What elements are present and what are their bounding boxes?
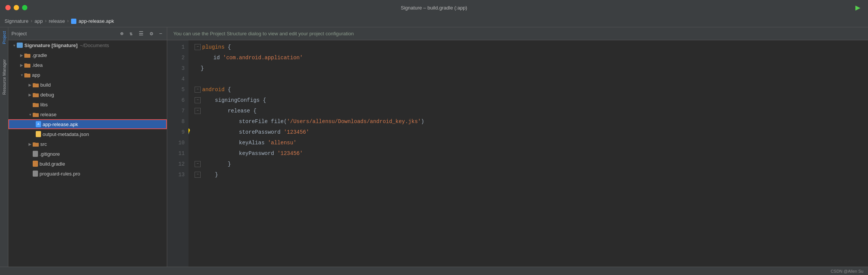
fold-12[interactable]: −: [195, 161, 201, 167]
code-line-4: [195, 74, 868, 84]
code-content[interactable]: − plugins { id 'com.android.application'…: [188, 40, 868, 267]
line-num-10: 10: [169, 138, 185, 148]
editor-area: You can use the Project Structure dialog…: [167, 27, 868, 267]
line-num-2: 2: [169, 52, 185, 63]
root-arrow: ▾: [11, 43, 17, 47]
info-bar-text: You can use the Project Structure dialog…: [173, 31, 354, 36]
status-bar: CSDN @Allen Su: [0, 267, 868, 275]
release-arrow: ▾: [27, 112, 33, 117]
settings-icon[interactable]: ☰: [137, 30, 145, 38]
tree-item-libs[interactable]: ▶ libs: [8, 100, 167, 109]
idea-label: .idea: [32, 62, 43, 68]
main-layout: Project Resource Manager Project ⊕ ⇅ ☰ ⚙…: [0, 27, 868, 267]
pro-file-icon: [33, 171, 38, 177]
sidebar-title: Project: [11, 31, 116, 36]
maximize-button[interactable]: [22, 5, 27, 10]
root-label: Signnature [Signature]: [24, 43, 78, 48]
apk-file-icon: A: [36, 121, 41, 127]
line-num-1: 1: [169, 42, 185, 52]
code-line-7: − release {: [195, 106, 868, 116]
fold-1[interactable]: −: [195, 44, 201, 50]
app-folder-icon: [24, 73, 30, 77]
minimize-icon[interactable]: −: [158, 30, 164, 38]
breadcrumb-app[interactable]: app: [35, 18, 43, 24]
build-gradle-label: build.gradle: [40, 161, 65, 167]
fold-5[interactable]: −: [195, 87, 201, 93]
json-file-icon: [36, 131, 41, 137]
fold-13[interactable]: −: [195, 172, 201, 178]
line-num-9: 9: [169, 127, 185, 138]
tree-item-idea[interactable]: ▶ .idea: [8, 60, 167, 70]
libs-folder-icon: [33, 102, 39, 107]
code-line-6: − signingConfigs {: [195, 95, 868, 106]
gitignore-label: .gitignore: [40, 151, 60, 157]
code-line-12: − }: [195, 159, 868, 169]
libs-label: libs: [40, 102, 48, 107]
tree-item-debug[interactable]: ▶ debug: [8, 90, 167, 100]
project-tab[interactable]: Project: [2, 31, 6, 44]
gradle-arrow: ▶: [19, 53, 24, 57]
tree-item-gradle[interactable]: ▶ .gradle: [8, 50, 167, 60]
tree-item-build[interactable]: ▶ build: [8, 80, 167, 90]
tree-item-app[interactable]: ▾ app: [8, 70, 167, 80]
line-num-13: 13: [169, 169, 185, 180]
code-line-1: − plugins {: [195, 42, 868, 52]
idea-folder-icon: [24, 63, 30, 68]
root-folder-icon: [17, 43, 23, 48]
fold-7[interactable]: −: [195, 108, 201, 114]
code-line-11: keyPassword '123456': [195, 148, 868, 159]
metadata-label: output-metadata.json: [43, 131, 89, 137]
window-controls: [5, 5, 27, 10]
release-folder-icon: [33, 112, 39, 117]
tree-item-apk[interactable]: A app-release.apk: [8, 119, 167, 129]
breadcrumb-apk[interactable]: app-release.apk: [79, 18, 114, 24]
fold-6[interactable]: −: [195, 97, 201, 103]
tree-item-build-gradle[interactable]: ▶ build.gradle: [8, 159, 167, 169]
structure-icon[interactable]: ⇅: [128, 30, 134, 38]
tree-item-release[interactable]: ▾ release: [8, 109, 167, 119]
run-icon[interactable]: ▶: [855, 3, 860, 13]
tree-root[interactable]: ▾ Signnature [Signature] ~/Documents: [8, 40, 167, 50]
gradle-folder-icon: [24, 53, 30, 58]
breadcrumb-signnature[interactable]: Signnature: [5, 18, 29, 24]
sidebar-toolbar: Project ⊕ ⇅ ☰ ⚙ −: [8, 27, 167, 40]
resource-manager-tab[interactable]: Resource Manager: [2, 59, 6, 95]
close-button[interactable]: [5, 5, 11, 10]
apk-label: app-release.apk: [43, 122, 78, 127]
release-label: release: [40, 112, 57, 117]
local-history-icon[interactable]: ⊕: [119, 30, 125, 38]
idea-arrow: ▶: [19, 63, 24, 67]
editor-info-bar: You can use the Project Structure dialog…: [167, 27, 868, 40]
line-num-3: 3: [169, 63, 185, 74]
line-num-6: 6: [169, 95, 185, 106]
status-text: CSDN @Allen Su: [831, 269, 863, 273]
tree-item-metadata[interactable]: output-metadata.json: [8, 129, 167, 139]
file-tree: ▾ Signnature [Signature] ~/Documents ▶ .…: [8, 40, 167, 267]
gitignore-file-icon: [33, 151, 38, 157]
tree-item-proguard[interactable]: ▶ proguard-rules.pro: [8, 169, 167, 179]
line-numbers: 1 2 3 4 5 6 7 8 9 10 11 12 13: [169, 40, 188, 267]
tree-item-src[interactable]: ▶ src: [8, 139, 167, 149]
sidebar: Project ⊕ ⇅ ☰ ⚙ − ▾ Signnature [Signatur…: [8, 27, 167, 267]
code-line-5: − android {: [195, 84, 868, 95]
breadcrumb-release[interactable]: release: [49, 18, 65, 24]
app-label: app: [32, 72, 40, 78]
src-folder-icon: [33, 142, 39, 147]
gradle-file-icon: [33, 161, 38, 167]
proguard-label: proguard-rules.pro: [40, 171, 80, 177]
build-folder-icon: [33, 82, 39, 87]
debug-arrow: ▶: [27, 93, 33, 97]
code-line-2: id 'com.android.application': [195, 52, 868, 63]
code-editor[interactable]: 1 2 3 4 5 6 7 8 9 10 11 12 13 − plugins …: [167, 40, 868, 267]
gear-icon[interactable]: ⚙: [148, 30, 154, 38]
bulb-icon: 💡: [188, 127, 192, 138]
gradle-label: .gradle: [32, 52, 47, 58]
minimize-button[interactable]: [14, 5, 19, 10]
src-label: src: [40, 141, 47, 147]
code-line-10: keyAlias 'allensu': [195, 138, 868, 148]
apk-icon: [71, 19, 76, 24]
tree-item-gitignore[interactable]: ▶ .gitignore: [8, 149, 167, 159]
line-num-4: 4: [169, 74, 185, 84]
code-line-3: }: [195, 63, 868, 74]
line-num-12: 12: [169, 159, 185, 169]
